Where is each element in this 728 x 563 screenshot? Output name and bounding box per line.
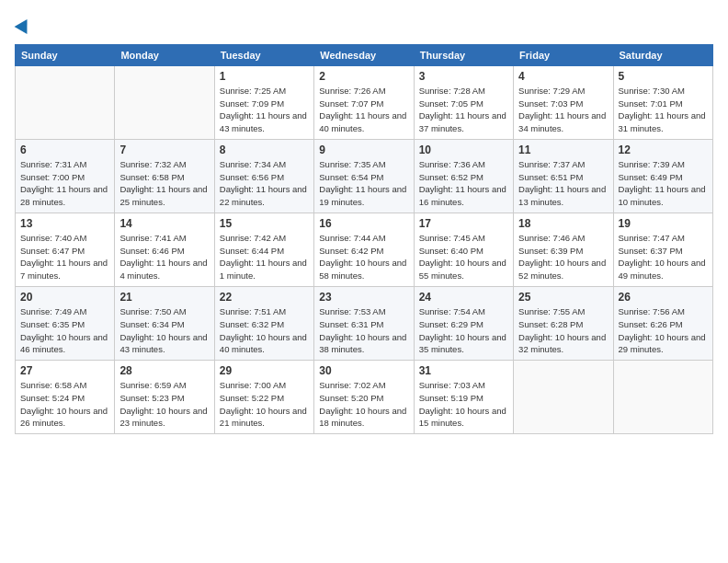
- calendar-cell: 3Sunrise: 7:28 AM Sunset: 7:05 PM Daylig…: [414, 65, 513, 139]
- day-info: Sunrise: 7:02 AM Sunset: 5:20 PM Dayligh…: [319, 379, 408, 430]
- calendar-cell: 24Sunrise: 7:54 AM Sunset: 6:29 PM Dayli…: [414, 286, 513, 360]
- day-info: Sunrise: 6:58 AM Sunset: 5:24 PM Dayligh…: [20, 379, 109, 430]
- calendar-cell: 30Sunrise: 7:02 AM Sunset: 5:20 PM Dayli…: [314, 361, 414, 434]
- day-number: 7: [119, 144, 209, 156]
- day-info: Sunrise: 7:47 AM Sunset: 6:37 PM Dayligh…: [619, 232, 708, 282]
- day-number: 10: [419, 144, 508, 156]
- calendar-cell: 26Sunrise: 7:56 AM Sunset: 6:26 PM Dayli…: [613, 286, 712, 360]
- day-number: 1: [220, 70, 309, 83]
- column-header-sunday: Sunday: [16, 44, 115, 65]
- day-number: 9: [319, 144, 408, 156]
- column-header-wednesday: Wednesday: [314, 44, 414, 65]
- calendar-cell: 25Sunrise: 7:55 AM Sunset: 6:28 PM Dayli…: [514, 286, 613, 360]
- day-info: Sunrise: 7:30 AM Sunset: 7:01 PM Dayligh…: [619, 85, 708, 135]
- day-number: 23: [319, 291, 408, 304]
- header-row: SundayMondayTuesdayWednesdayThursdayFrid…: [16, 44, 713, 65]
- day-info: Sunrise: 7:42 AM Sunset: 6:44 PM Dayligh…: [220, 232, 309, 282]
- calendar-cell: 29Sunrise: 7:00 AM Sunset: 5:22 PM Dayli…: [214, 361, 313, 434]
- day-number: 16: [319, 217, 408, 230]
- day-number: 28: [119, 364, 209, 377]
- day-info: Sunrise: 7:40 AM Sunset: 6:47 PM Dayligh…: [20, 232, 109, 282]
- day-number: 6: [20, 144, 109, 156]
- day-info: Sunrise: 6:59 AM Sunset: 5:23 PM Dayligh…: [119, 379, 209, 430]
- calendar-cell: 13Sunrise: 7:40 AM Sunset: 6:47 PM Dayli…: [16, 213, 115, 286]
- day-number: 25: [518, 291, 608, 304]
- day-number: 13: [20, 217, 109, 230]
- calendar-cell: 21Sunrise: 7:50 AM Sunset: 6:34 PM Dayli…: [115, 286, 214, 360]
- day-number: 31: [419, 364, 508, 377]
- day-info: Sunrise: 7:03 AM Sunset: 5:19 PM Dayligh…: [419, 379, 508, 430]
- calendar-cell: [16, 65, 115, 139]
- day-number: 3: [419, 70, 508, 83]
- calendar-cell: 12Sunrise: 7:39 AM Sunset: 6:49 PM Dayli…: [613, 139, 712, 213]
- day-number: 2: [319, 70, 408, 83]
- calendar-cell: 8Sunrise: 7:34 AM Sunset: 6:56 PM Daylig…: [214, 139, 313, 213]
- calendar-cell: [613, 361, 712, 434]
- day-number: 4: [518, 70, 608, 83]
- calendar-cell: 7Sunrise: 7:32 AM Sunset: 6:58 PM Daylig…: [115, 139, 214, 213]
- column-header-tuesday: Tuesday: [214, 44, 313, 65]
- calendar-cell: 23Sunrise: 7:53 AM Sunset: 6:31 PM Dayli…: [314, 286, 414, 360]
- calendar-cell: [514, 361, 613, 434]
- day-info: Sunrise: 7:00 AM Sunset: 5:22 PM Dayligh…: [220, 379, 309, 430]
- calendar-cell: 15Sunrise: 7:42 AM Sunset: 6:44 PM Dayli…: [214, 213, 313, 286]
- calendar-cell: 14Sunrise: 7:41 AM Sunset: 6:46 PM Dayli…: [115, 213, 214, 286]
- day-info: Sunrise: 7:54 AM Sunset: 6:29 PM Dayligh…: [419, 305, 508, 356]
- calendar-cell: [115, 65, 214, 139]
- day-number: 18: [518, 217, 608, 230]
- day-info: Sunrise: 7:25 AM Sunset: 7:09 PM Dayligh…: [220, 85, 309, 135]
- day-number: 15: [220, 217, 309, 230]
- calendar-week-3: 13Sunrise: 7:40 AM Sunset: 6:47 PM Dayli…: [16, 213, 713, 286]
- day-info: Sunrise: 7:26 AM Sunset: 7:07 PM Dayligh…: [319, 85, 408, 135]
- day-info: Sunrise: 7:31 AM Sunset: 7:00 PM Dayligh…: [20, 158, 109, 209]
- day-number: 29: [220, 364, 309, 377]
- column-header-friday: Friday: [514, 44, 613, 65]
- day-number: 17: [419, 217, 508, 230]
- day-number: 21: [119, 291, 209, 304]
- day-info: Sunrise: 7:56 AM Sunset: 6:26 PM Dayligh…: [619, 305, 708, 356]
- day-number: 11: [518, 144, 608, 156]
- day-number: 12: [619, 144, 708, 156]
- day-info: Sunrise: 7:39 AM Sunset: 6:49 PM Dayligh…: [619, 158, 708, 209]
- day-info: Sunrise: 7:36 AM Sunset: 6:52 PM Dayligh…: [419, 158, 508, 209]
- day-info: Sunrise: 7:32 AM Sunset: 6:58 PM Dayligh…: [119, 158, 209, 209]
- day-number: 8: [220, 144, 309, 156]
- day-number: 26: [619, 291, 708, 304]
- day-info: Sunrise: 7:53 AM Sunset: 6:31 PM Dayligh…: [319, 305, 408, 356]
- calendar-week-1: 1Sunrise: 7:25 AM Sunset: 7:09 PM Daylig…: [16, 65, 713, 139]
- day-number: 5: [619, 70, 708, 83]
- calendar-week-2: 6Sunrise: 7:31 AM Sunset: 7:00 PM Daylig…: [16, 139, 713, 213]
- day-info: Sunrise: 7:44 AM Sunset: 6:42 PM Dayligh…: [319, 232, 408, 282]
- calendar-cell: 27Sunrise: 6:58 AM Sunset: 5:24 PM Dayli…: [16, 361, 115, 434]
- day-info: Sunrise: 7:55 AM Sunset: 6:28 PM Dayligh…: [518, 305, 608, 356]
- day-number: 27: [20, 364, 109, 377]
- calendar-table: SundayMondayTuesdayWednesdayThursdayFrid…: [15, 44, 713, 434]
- day-number: 14: [119, 217, 209, 230]
- calendar-cell: 18Sunrise: 7:46 AM Sunset: 6:39 PM Dayli…: [514, 213, 613, 286]
- day-info: Sunrise: 7:45 AM Sunset: 6:40 PM Dayligh…: [419, 232, 508, 282]
- calendar-cell: 22Sunrise: 7:51 AM Sunset: 6:32 PM Dayli…: [214, 286, 313, 360]
- calendar-cell: 10Sunrise: 7:36 AM Sunset: 6:52 PM Dayli…: [414, 139, 513, 213]
- day-info: Sunrise: 7:41 AM Sunset: 6:46 PM Dayligh…: [119, 232, 209, 282]
- day-number: 24: [419, 291, 508, 304]
- day-info: Sunrise: 7:51 AM Sunset: 6:32 PM Dayligh…: [220, 305, 309, 356]
- day-info: Sunrise: 7:46 AM Sunset: 6:39 PM Dayligh…: [518, 232, 608, 282]
- day-number: 20: [20, 291, 109, 304]
- day-info: Sunrise: 7:28 AM Sunset: 7:05 PM Dayligh…: [419, 85, 508, 135]
- calendar-week-5: 27Sunrise: 6:58 AM Sunset: 5:24 PM Dayli…: [16, 361, 713, 434]
- calendar-cell: 19Sunrise: 7:47 AM Sunset: 6:37 PM Dayli…: [613, 213, 712, 286]
- calendar-cell: 31Sunrise: 7:03 AM Sunset: 5:19 PM Dayli…: [414, 361, 513, 434]
- calendar-cell: 16Sunrise: 7:44 AM Sunset: 6:42 PM Dayli…: [314, 213, 414, 286]
- column-header-monday: Monday: [115, 44, 214, 65]
- day-info: Sunrise: 7:29 AM Sunset: 7:03 PM Dayligh…: [518, 85, 608, 135]
- calendar-cell: 17Sunrise: 7:45 AM Sunset: 6:40 PM Dayli…: [414, 213, 513, 286]
- calendar-cell: 11Sunrise: 7:37 AM Sunset: 6:51 PM Dayli…: [514, 139, 613, 213]
- page-header: [15, 15, 713, 33]
- column-header-saturday: Saturday: [613, 44, 712, 65]
- day-info: Sunrise: 7:49 AM Sunset: 6:35 PM Dayligh…: [20, 305, 109, 356]
- day-number: 30: [319, 364, 408, 377]
- day-number: 22: [220, 291, 309, 304]
- logo-triangle-icon: [15, 16, 34, 34]
- logo: [15, 15, 31, 33]
- calendar-cell: 9Sunrise: 7:35 AM Sunset: 6:54 PM Daylig…: [314, 139, 414, 213]
